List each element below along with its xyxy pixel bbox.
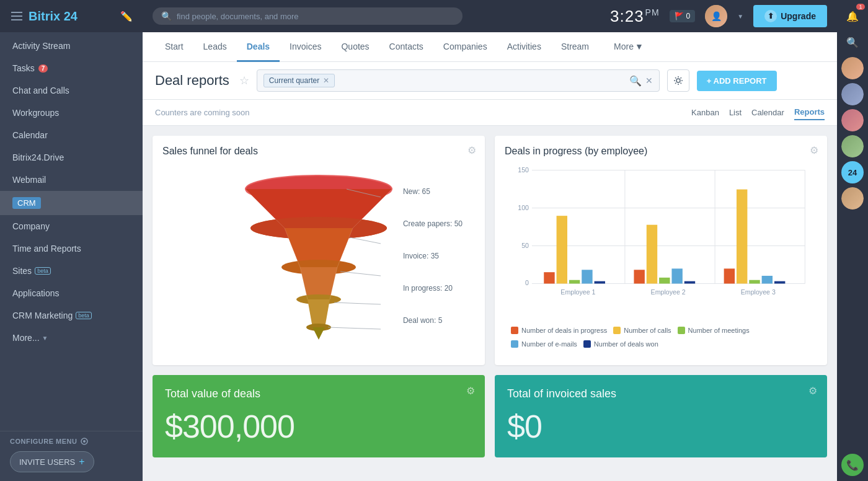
sidebar-item-time-reports[interactable]: Time and Reports — [0, 237, 143, 260]
svg-text:50: 50 — [521, 242, 529, 249]
svg-rect-49 — [647, 225, 657, 284]
tasks-badge: 7 — [38, 64, 48, 73]
sidebar-item-crm-marketing[interactable]: CRM Marketing beta — [0, 304, 143, 327]
reports-header: Deal reports ☆ Current quarter ✕ 🔍 ✕ + A… — [143, 62, 837, 100]
app-name: Bitrix 24 — [29, 9, 78, 24]
view-tab-calendar[interactable]: Calendar — [751, 105, 784, 120]
total-value-card: Total value of deals ⚙ $300,000 — [153, 375, 485, 457]
sidebar-item-activity-stream[interactable]: Activity Stream — [0, 35, 143, 57]
crm-marketing-beta-tag: beta — [76, 312, 92, 319]
view-tab-reports[interactable]: Reports — [794, 105, 825, 120]
tab-contacts[interactable]: Contacts — [379, 33, 433, 62]
sidebar-item-tasks[interactable]: Tasks 7 — [0, 57, 143, 79]
svg-rect-44 — [557, 216, 567, 283]
tab-leads[interactable]: Leads — [193, 33, 237, 62]
bar-chart-title: Deals in progress (by employee) — [505, 146, 647, 156]
sidebar-item-crm[interactable]: CRM — [0, 191, 143, 215]
svg-rect-0 — [11, 12, 22, 13]
configure-menu-btn[interactable]: CONFIGURE MENU — [10, 438, 133, 445]
svg-rect-47 — [595, 281, 605, 284]
legend-emails: Number of e-mails — [511, 340, 577, 348]
counter-badge[interactable]: 24 — [841, 161, 864, 183]
total-value-settings-icon[interactable]: ⚙ — [466, 385, 475, 397]
sidebar-bottom: CONFIGURE MENU INVITE USERS + — [0, 431, 143, 481]
sidebar-item-applications[interactable]: Applications — [0, 282, 143, 304]
page-title: Deal reports — [155, 73, 229, 89]
sidebar-item-sites[interactable]: Sites beta — [0, 260, 143, 282]
tab-invoices[interactable]: Invoices — [280, 33, 331, 62]
funnel-label-in-progress: In progress: 20 — [403, 284, 463, 293]
add-report-button[interactable]: + ADD REPORT — [697, 71, 777, 91]
report-settings-button[interactable] — [667, 69, 689, 92]
legend-calls: Number of calls — [613, 327, 671, 334]
filter-box[interactable]: Current quarter ✕ 🔍 ✕ — [257, 69, 660, 92]
sidebar-item-chat-calls[interactable]: Chat and Calls — [0, 79, 143, 102]
svg-marker-18 — [308, 299, 330, 327]
favorite-star-icon[interactable]: ☆ — [239, 74, 249, 87]
filter-clear-icon[interactable]: ✕ — [645, 76, 653, 86]
tab-deals[interactable]: Deals — [237, 33, 280, 62]
sidebar-item-workgroups[interactable]: Workgroups — [0, 102, 143, 124]
bar-chart-legend: Number of deals in progress Number of ca… — [511, 327, 811, 348]
total-invoiced-settings-icon[interactable]: ⚙ — [808, 385, 817, 397]
funnel-chart-title: Sales funnel for deals — [162, 146, 258, 156]
tab-companies[interactable]: Companies — [433, 33, 497, 62]
phone-icon[interactable]: 📞 — [841, 454, 864, 476]
view-tab-kanban[interactable]: Kanban — [691, 105, 719, 120]
upgrade-button[interactable]: ⬆ Upgrade — [753, 5, 827, 27]
search-box[interactable]: 🔍 — [153, 7, 463, 25]
notifications-badge: 1 — [856, 4, 865, 10]
invite-users-button[interactable]: INVITE USERS + — [10, 451, 94, 472]
user-avatar-5[interactable] — [841, 187, 864, 210]
search-icon[interactable]: 🔍 — [841, 31, 864, 53]
clock-display: 3:23PM — [610, 7, 660, 26]
svg-text:Employee 3: Employee 3 — [741, 288, 776, 296]
tab-more[interactable]: More ▼ — [604, 33, 653, 62]
svg-rect-55 — [749, 280, 760, 284]
total-value-amount: $300,000 — [165, 408, 472, 445]
svg-rect-50 — [659, 278, 670, 284]
hamburger-icon[interactable] — [10, 9, 24, 23]
user-avatar[interactable]: 👤 — [705, 5, 727, 27]
funnel-settings-icon[interactable]: ⚙ — [467, 144, 476, 156]
user-menu-chevron-icon[interactable]: ▼ — [737, 13, 743, 20]
user-avatar-4[interactable] — [841, 135, 864, 157]
search-icon: 🔍 — [161, 11, 172, 21]
user-avatar-1[interactable] — [841, 57, 864, 79]
sidebar-item-bitrix24drive[interactable]: Bitrix24.Drive — [0, 146, 143, 169]
sidebar-item-more[interactable]: More... ▼ — [0, 327, 143, 349]
bar-chart-settings-icon[interactable]: ⚙ — [810, 144, 818, 156]
funnel-chart-card: Sales funnel for deals ⚙ — [153, 136, 485, 365]
svg-rect-2 — [11, 19, 22, 20]
svg-text:150: 150 — [518, 166, 529, 174]
flag-badge[interactable]: 🚩 0 — [670, 10, 696, 22]
search-input[interactable] — [177, 12, 454, 21]
total-invoiced-amount: $0 — [507, 408, 815, 445]
topbar: 🔍 3:23PM 🚩 0 👤 ▼ ⬆ Upgrade — [143, 0, 837, 32]
svg-rect-56 — [762, 276, 773, 284]
tab-quotes[interactable]: Quotes — [331, 33, 379, 62]
svg-rect-57 — [774, 281, 785, 284]
svg-rect-52 — [684, 281, 695, 284]
filter-tag-close-icon[interactable]: ✕ — [323, 76, 329, 85]
tab-start[interactable]: Start — [155, 33, 193, 62]
user-avatar-3[interactable] — [841, 109, 864, 131]
funnel-label-invoice: Invoice: 35 — [403, 252, 463, 260]
coming-soon-text: Counters are coming soon — [155, 108, 249, 117]
sidebar-item-calendar[interactable]: Calendar — [0, 124, 143, 146]
tab-activities[interactable]: Activities — [497, 33, 551, 62]
sidebar-item-company[interactable]: Company — [0, 215, 143, 237]
sidebar-item-webmail[interactable]: Webmail — [0, 169, 143, 191]
svg-line-28 — [350, 237, 381, 244]
view-tab-list[interactable]: List — [729, 105, 742, 120]
svg-text:0: 0 — [525, 279, 529, 286]
tab-stream[interactable]: Stream — [551, 33, 599, 62]
svg-point-5 — [676, 79, 680, 82]
edit-icon[interactable]: ✏️ — [120, 11, 133, 22]
sites-beta-tag: beta — [35, 267, 51, 275]
user-avatar-2[interactable] — [841, 83, 864, 105]
sidebar: Bitrix 24 ✏️ Activity Stream Tasks 7 Cha… — [0, 0, 143, 481]
legend-deals-won: Number of deals won — [583, 340, 658, 348]
total-invoiced-card: Total of invoiced sales ⚙ $0 — [495, 375, 827, 457]
more-chevron-icon: ▼ — [42, 335, 48, 342]
